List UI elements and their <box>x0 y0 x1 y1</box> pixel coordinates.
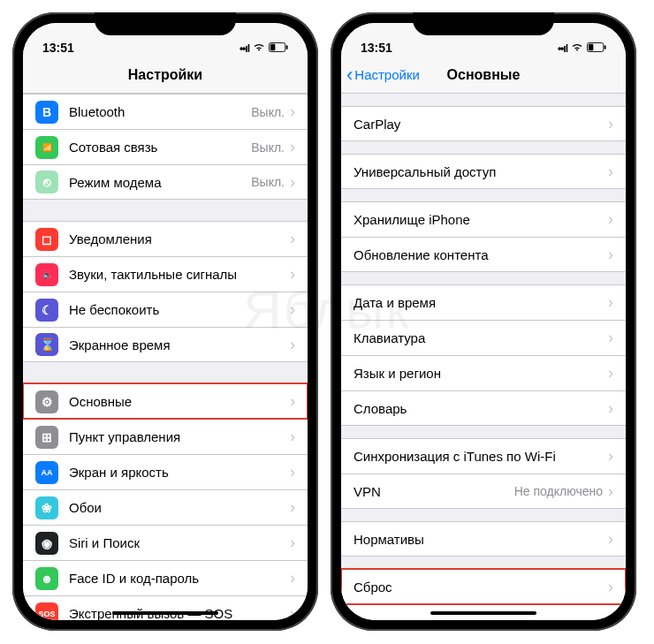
row-icon: AA <box>35 461 58 484</box>
row-label: Хранилище iPhone <box>354 212 608 227</box>
row-не-беспокоить[interactable]: ☾Не беспокоить› <box>23 292 308 327</box>
settings-list[interactable]: BBluetoothВыкл.›📶Сотовая связьВыкл.›⎋Реж… <box>23 94 308 620</box>
row-icon: ◉ <box>35 532 58 555</box>
battery-icon <box>587 42 606 55</box>
row-label: Сброс <box>354 580 608 595</box>
chevron-right-icon: › <box>608 447 613 466</box>
group-separator <box>341 557 626 569</box>
chevron-right-icon: › <box>608 115 613 133</box>
chevron-right-icon: › <box>290 392 295 411</box>
row-экран-и-яркость[interactable]: AAЭкран и яркость› <box>23 454 308 489</box>
status-time: 13:51 <box>42 41 74 55</box>
row-label: Синхронизация с iTunes по Wi-Fi <box>354 449 608 464</box>
row-detail: Выкл. <box>251 140 285 155</box>
row-обновление-контента[interactable]: Обновление контента› <box>341 237 626 272</box>
svg-rect-5 <box>589 44 594 50</box>
chevron-right-icon: › <box>608 399 613 418</box>
chevron-right-icon: › <box>290 569 295 587</box>
row-label: Основные <box>69 394 290 409</box>
nav-bar-left: Настройки <box>23 57 308 94</box>
row-vpn[interactable]: VPNНе подключено› <box>341 474 626 509</box>
phone-right: 13:51 ••ıl ‹ Настройки Основные CarPlay›… <box>331 12 636 631</box>
screen-left: 13:51 ••ıl Настройки BBluetoothВыкл.›📶Со… <box>23 23 308 620</box>
home-indicator[interactable] <box>430 611 536 615</box>
chevron-right-icon: › <box>290 336 295 354</box>
row-label: Сотовая связь <box>69 140 251 155</box>
row-хранилище-iphone[interactable]: Хранилище iPhone› <box>341 201 626 237</box>
home-indicator[interactable] <box>112 611 218 615</box>
signal-icon: ••ıl <box>240 42 249 55</box>
row-клавиатура[interactable]: Клавиатура› <box>341 320 626 355</box>
row-icon: ⚙ <box>35 390 58 413</box>
chevron-right-icon: › <box>290 265 295 284</box>
status-time: 13:51 <box>361 41 392 55</box>
group-separator <box>341 426 626 438</box>
row-detail: Выкл. <box>251 105 285 119</box>
chevron-right-icon: › <box>608 246 613 264</box>
row-дата-и-время[interactable]: Дата и время› <box>341 284 626 320</box>
status-indicators: ••ıl <box>240 42 288 55</box>
group-separator <box>341 141 626 154</box>
chevron-right-icon: › <box>290 534 295 552</box>
row-bluetooth[interactable]: BBluetoothВыкл.› <box>23 94 308 129</box>
row-уведомления[interactable]: ◻Уведомления› <box>23 221 308 256</box>
chevron-right-icon: › <box>608 163 613 181</box>
wifi-icon <box>571 42 583 55</box>
row-icon: ☾ <box>35 299 58 322</box>
row-label: Bluetooth <box>69 104 251 119</box>
row-label: Обновление контента <box>354 247 608 262</box>
group-separator <box>23 200 308 221</box>
row-сотовая-связь[interactable]: 📶Сотовая связьВыкл.› <box>23 129 308 164</box>
notch <box>413 12 554 35</box>
row-label: Дата и время <box>354 295 608 310</box>
row-icon: ⌛ <box>35 333 58 356</box>
group-separator <box>341 189 626 201</box>
row-detail: Выкл. <box>251 175 285 189</box>
row-label: Обои <box>69 500 290 515</box>
row-обои[interactable]: ❀Обои› <box>23 489 308 525</box>
svg-rect-1 <box>286 45 288 49</box>
screen-right: 13:51 ••ıl ‹ Настройки Основные CarPlay›… <box>341 23 626 620</box>
row-label: Универсальный доступ <box>354 164 608 179</box>
chevron-right-icon: › <box>290 428 295 446</box>
back-button[interactable]: ‹ Настройки <box>346 65 420 85</box>
back-label: Настройки <box>354 67 420 82</box>
row-экстренный-вызов-sos[interactable]: SOSЭкстренный вызов — SOS› <box>23 595 308 620</box>
row-label: Экран и яркость <box>69 465 290 480</box>
phone-left: 13:51 ••ıl Настройки BBluetoothВыкл.›📶Со… <box>12 12 318 631</box>
chevron-right-icon: › <box>290 173 295 192</box>
row-нормативы[interactable]: Нормативы› <box>341 521 626 557</box>
row-label: Выключить <box>354 615 613 621</box>
row-icon: SOS <box>35 602 58 621</box>
row-carplay[interactable]: CarPlay› <box>341 106 626 141</box>
row-экранное-время[interactable]: ⌛Экранное время› <box>23 327 308 362</box>
row-универсальный-доступ[interactable]: Универсальный доступ› <box>341 154 626 189</box>
general-list[interactable]: CarPlay›Универсальный доступ›Хранилище i… <box>341 94 626 620</box>
chevron-right-icon: › <box>290 463 295 481</box>
row-пункт-управления[interactable]: ⊞Пункт управления› <box>23 419 308 454</box>
chevron-right-icon: › <box>608 364 613 383</box>
chevron-right-icon: › <box>290 138 295 156</box>
row-label: Словарь <box>354 401 608 416</box>
row-face-id-и-код-пароль[interactable]: ☻Face ID и код-пароль› <box>23 560 308 595</box>
row-label: Уведомления <box>69 231 290 246</box>
notch <box>95 12 236 35</box>
row-синхронизация-с-itunes-по-wi-fi[interactable]: Синхронизация с iTunes по Wi-Fi› <box>341 438 626 474</box>
row-сброс[interactable]: Сброс› <box>341 569 626 604</box>
row-label: Язык и регион <box>354 366 608 381</box>
row-режим-модема[interactable]: ⎋Режим модемаВыкл.› <box>23 164 308 200</box>
row-label: Пункт управления <box>69 429 290 444</box>
row-язык-и-регион[interactable]: Язык и регион› <box>341 355 626 390</box>
row-icon: B <box>35 101 58 124</box>
row-звуки-тактильные-сигналы[interactable]: 🔈Звуки, тактильные сигналы› <box>23 256 308 292</box>
row-label: Клавиатура <box>354 330 608 345</box>
row-icon: ☻ <box>35 567 58 590</box>
chevron-right-icon: › <box>290 604 295 620</box>
page-title: Настройки <box>128 67 202 83</box>
row-словарь[interactable]: Словарь› <box>341 390 626 426</box>
row-icon: ⎋ <box>35 170 58 193</box>
row-icon: 🔈 <box>35 263 58 286</box>
chevron-right-icon: › <box>290 300 295 319</box>
row-siri-и-поиск[interactable]: ◉Siri и Поиск› <box>23 525 308 560</box>
row-основные[interactable]: ⚙Основные› <box>23 383 308 419</box>
